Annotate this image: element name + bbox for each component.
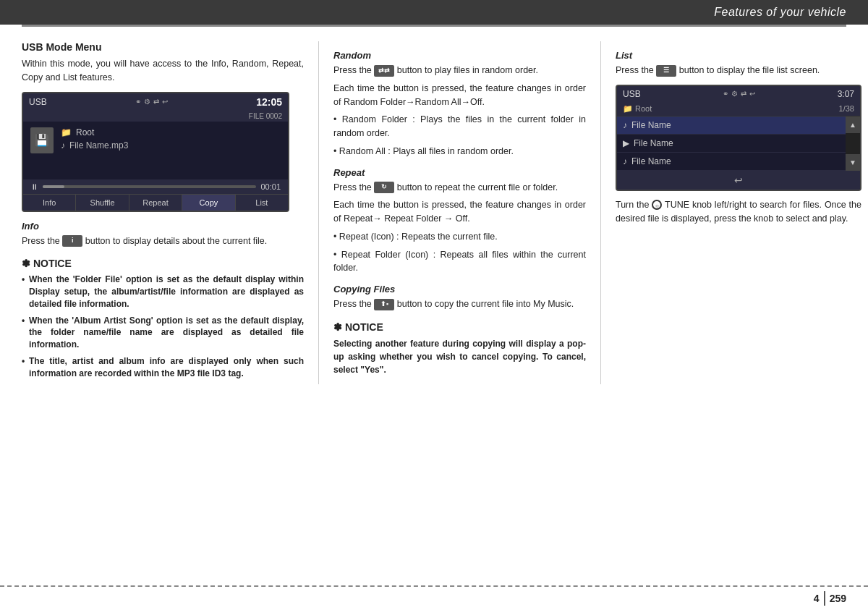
section-number: 4 [814,593,820,604]
scroll-down-arrow[interactable]: ▼ [846,154,860,171]
list-items: ♪ File Name ▶ File Name ♪ File Name [617,117,846,171]
usb-drive-icon: 💾 [30,127,54,153]
list-desc: Turn the ○ TUNE knob left/right to searc… [616,198,861,226]
list-scroll-buttons: ▲ ▼ [846,117,860,171]
list-item-2[interactable]: ▶ File Name [617,135,846,153]
file-name: File Name.mp3 [69,140,128,151]
right-column: List Press the ☰ button to display the f… [600,41,861,384]
usb-file-info: 📁 Root ♪ File Name.mp3 [61,127,128,152]
usb-btn-shuffle[interactable]: Shuffle [76,195,129,211]
copy-button-icon: ⬆▪ [374,299,394,310]
notice-box: ✽ NOTICE When the 'Folder File' option i… [22,258,304,379]
page-header: Features of your vehicle [0,0,868,25]
file-badge-text: FILE 0002 [249,112,282,120]
notice-item-1: When the 'Folder File' option is set as … [22,274,304,310]
repeat-title: Repeat [333,167,586,178]
list-arrows-icon: ⇄ [741,90,746,98]
usb-btn-copy[interactable]: Copy [182,195,235,211]
left-column: USB Mode Menu Within this mode, you will… [22,41,318,384]
usb-screen: USB ⚭ ⚙ ⇄ ↩ 12:05 FILE 0002 💾 📁 [22,92,289,212]
notice-item-3: The title, artist and album info are dis… [22,355,304,380]
list-back-button[interactable]: ↩ [617,171,860,190]
list-item-2-name: File Name [634,138,673,148]
usb-list-screen: USB ⚭ ⚙ ⇄ ↩ 3:07 📁 Root 1/38 ♪ File Name [616,85,861,191]
usb-intro-text: Within this mode, you will have access t… [22,57,304,85]
list-intro: Press the ☰ button to display the file l… [616,64,861,77]
usb-folder-row: 📁 Root [61,127,128,137]
footer-separator [824,591,825,606]
random-desc: Each time the button is pressed, the fea… [333,82,586,109]
list-item-2-icon: ▶ [623,138,629,148]
usb-playbar: ⏸ 00:01 [23,179,288,194]
info-subtitle: Info [22,221,304,232]
mid-notice-box: ✽ NOTICE Selecting another feature durin… [333,321,586,376]
usb-list-nav: 📁 Root 1/38 [617,102,860,117]
list-nav-count: 1/38 [839,104,854,114]
list-item-1-name: File Name [631,120,671,130]
repeat-desc: Each time the button is pressed, the fea… [333,198,586,226]
copy-intro: Press the ⬆▪ button to copy the current … [333,297,586,311]
usb-screen-header: USB ⚭ ⚙ ⇄ ↩ 12:05 [23,93,288,111]
bluetooth-icon: ⚭ [135,98,141,106]
arrows-icon: ⇄ [153,98,159,106]
list-item-3-name: File Name [631,156,671,166]
random-title: Random [333,50,586,61]
list-item-1-icon: ♪ [623,120,627,130]
list-button-icon: ☰ [656,65,676,77]
list-item-3[interactable]: ♪ File Name [617,153,846,171]
usb-screen-icons: ⚭ ⚙ ⇄ ↩ [135,98,168,106]
mid-notice-text: Selecting another feature during copying… [333,337,586,376]
copy-title: Copying Files [333,284,586,295]
file-badge: FILE 0002 [23,111,288,122]
random-bullet-1: • Random Folder : Plays the files in the… [333,113,586,140]
list-title: List [616,50,861,61]
scroll-up-arrow[interactable]: ▲ [846,117,860,133]
usb-progress-fill [43,185,64,188]
repeat-bullet-1: • Repeat (Icon) : Repeats the current fi… [333,230,586,244]
usb-content: 💾 📁 Root ♪ File Name.mp3 [23,122,288,179]
arrow-icon: ↩ [162,98,168,106]
repeat-button-icon: ↻ [374,182,394,193]
play-time: 00:01 [260,182,281,191]
list-arrow-icon: ↩ [749,90,755,98]
usb-time: 12:05 [256,96,282,108]
usb-mode-title: USB Mode Menu [22,41,304,53]
page-footer: 4 259 [0,585,868,610]
usb-label: USB [29,97,47,107]
random-button-icon: ⇄⇄ [374,65,394,77]
list-container: ♪ File Name ▶ File Name ♪ File Name ▲ ▼ [617,117,860,171]
random-bullet-2: • Random All : Plays all files in random… [333,145,586,158]
repeat-intro: Press the ↻ button to repeat the current… [333,181,586,195]
usb-list-icons: ⚭ ⚙ ⇄ ↩ [723,90,755,98]
random-intro: Press the ⇄⇄ button to play files in ran… [333,64,586,77]
list-settings-icon: ⚙ [731,90,738,98]
repeat-bullet-2: • Repeat Folder (Icon) : Repeats all fil… [333,248,586,276]
notice-item-2: When the 'Album Artist Song' option is s… [22,315,304,351]
usb-btn-info[interactable]: Info [23,195,76,211]
folder-icon: 📁 [61,127,72,137]
usb-btn-repeat[interactable]: Repeat [129,195,182,211]
list-bluetooth-icon: ⚭ [723,90,728,98]
folder-name: Root [76,127,94,137]
usb-buttons: Info Shuffle Repeat Copy List [23,194,288,211]
settings-icon: ⚙ [144,98,150,106]
tune-knob-icon: ○ [652,200,662,210]
info-text: Press the i button to display details ab… [22,234,304,248]
list-item-3-icon: ♪ [623,156,627,166]
usb-list-time: 3:07 [838,89,854,99]
list-item-1[interactable]: ♪ File Name [617,117,846,135]
usb-list-label: USB [623,89,641,99]
content-area: USB Mode Menu Within this mode, you will… [0,27,868,391]
usb-progress-bar [43,185,256,188]
list-nav-folder: 📁 Root [623,104,652,114]
middle-column: Random Press the ⇄⇄ button to play files… [318,41,600,384]
notice-title: ✽ NOTICE [22,258,304,269]
page-number: 259 [830,593,846,604]
info-button-icon: i [62,235,82,247]
music-icon: ♪ [61,140,65,151]
mid-notice-title: ✽ NOTICE [333,321,586,333]
pause-icon: ⏸ [30,182,38,191]
usb-btn-list[interactable]: List [236,195,288,211]
usb-file-row: ♪ File Name.mp3 [61,140,128,151]
header-title: Features of your vehicle [714,6,846,18]
